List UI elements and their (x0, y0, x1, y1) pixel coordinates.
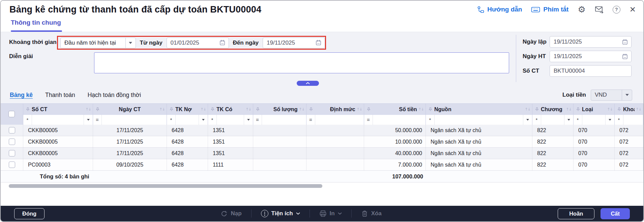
filter-dropdown-icon[interactable] (244, 115, 253, 125)
row-checkbox[interactable] (9, 139, 15, 145)
period-select[interactable]: Đầu năm tới hiện tại (60, 38, 136, 48)
column-header[interactable]: Định mức↑↓ (306, 104, 364, 115)
scrollbar-thumb[interactable] (9, 184, 322, 188)
calendar-icon[interactable] (622, 53, 628, 60)
filter-input[interactable] (541, 115, 564, 125)
calendar-icon[interactable] (315, 40, 322, 46)
column-header[interactable]: Số lượng↑↓ (253, 104, 306, 115)
print-button[interactable]: In (319, 210, 342, 217)
tab-thanh-toan[interactable]: Thanh toán (45, 92, 75, 99)
pin-icon[interactable] (26, 107, 30, 112)
filter-input[interactable] (217, 115, 244, 125)
pin-icon[interactable] (309, 107, 313, 112)
pin-icon[interactable] (428, 107, 433, 112)
column-header[interactable]: Nguồn↑↓ (426, 104, 532, 115)
help-icon[interactable]: ? (613, 6, 620, 14)
filter-input[interactable] (582, 115, 605, 125)
column-filter[interactable]: = (364, 115, 426, 125)
guide-link[interactable]: Hướng dẫn (477, 6, 522, 13)
pin-icon[interactable] (576, 107, 580, 112)
chevron-down-icon[interactable] (622, 90, 632, 100)
column-header[interactable]: Loại↑↓ (574, 104, 615, 115)
filter-dropdown-icon[interactable] (605, 115, 614, 125)
row-checkbox[interactable] (9, 150, 15, 156)
column-header[interactable]: TK Nợ↑↓ (167, 104, 208, 115)
filter-operator[interactable]: * (426, 115, 435, 125)
filter-operator[interactable]: = (93, 115, 102, 125)
description-textarea[interactable] (94, 52, 509, 73)
column-filter[interactable]: * (532, 115, 574, 125)
tab-thong-tin-chung[interactable]: Thông tin chung (11, 19, 61, 26)
column-filter[interactable]: = (253, 115, 306, 125)
pin-icon[interactable] (95, 107, 100, 112)
pin-icon[interactable] (210, 107, 215, 112)
tab-bang-ke[interactable]: Bảng kê (10, 92, 33, 99)
filter-input[interactable] (435, 115, 523, 125)
filter-operator[interactable]: * (574, 115, 582, 125)
shortcuts-link[interactable]: Phím tắt (531, 6, 568, 13)
select-all-checkbox[interactable] (8, 111, 15, 117)
save-button[interactable]: Cất (601, 208, 630, 219)
postpone-button[interactable]: Hoãn (558, 208, 594, 219)
so-ct-input[interactable]: BKTU00004 (550, 65, 632, 77)
row-checkbox[interactable] (9, 162, 15, 168)
column-header[interactable]: Chương↑↓ (532, 104, 574, 115)
filter-operator[interactable]: * (208, 115, 217, 125)
filter-input[interactable] (176, 115, 199, 125)
row-checkbox[interactable] (9, 127, 15, 133)
column-filter[interactable]: * (574, 115, 615, 125)
filter-operator[interactable]: * (167, 115, 176, 125)
delete-button[interactable]: Xóa (361, 210, 382, 217)
column-filter[interactable]: * (208, 115, 253, 125)
filter-operator[interactable]: = (306, 115, 315, 125)
pin-icon[interactable] (535, 107, 539, 112)
column-header[interactable]: TK Có↑↓ (208, 104, 253, 115)
chevron-down-icon[interactable] (125, 38, 136, 48)
reload-button[interactable]: Nạp (221, 210, 241, 217)
table-row[interactable]: PC0000309/10/2025642811117.000.000Ngân s… (1, 159, 643, 171)
calendar-icon[interactable] (622, 39, 628, 45)
filter-input[interactable] (623, 115, 643, 125)
filter-input[interactable] (32, 115, 84, 125)
table-row[interactable]: CKKB0000517/11/20256428135140.000.000Ngâ… (1, 148, 643, 159)
column-header[interactable]: Khoả↑↓ (615, 104, 643, 115)
calendar-icon[interactable] (219, 40, 226, 46)
column-filter[interactable]: * (615, 115, 643, 125)
filter-operator[interactable]: * (23, 115, 32, 125)
pin-icon[interactable] (367, 107, 371, 112)
column-header[interactable]: Số tiền↑↓ (364, 104, 426, 115)
pin-icon[interactable] (256, 107, 260, 112)
column-filter[interactable]: * (23, 115, 93, 125)
table-row[interactable]: CKKB0000517/11/20256428135150.000.000Ngâ… (1, 125, 643, 136)
close-icon[interactable]: ✕ (630, 5, 636, 14)
currency-select[interactable]: VND (591, 90, 632, 101)
tab-hach-toan-dong-thoi[interactable]: Hạch toán đồng thời (88, 92, 141, 99)
column-filter[interactable]: = (93, 115, 167, 125)
utilities-button[interactable]: Tiện ích (261, 210, 300, 217)
filter-input[interactable] (262, 115, 306, 125)
filter-dropdown-icon[interactable] (523, 115, 532, 125)
gear-icon[interactable]: ⚙ (578, 5, 585, 14)
from-date-input[interactable]: 01/01/2025 (167, 38, 229, 48)
column-filter[interactable]: * (426, 115, 532, 125)
pin-icon[interactable] (617, 107, 621, 112)
filter-dropdown-icon[interactable] (564, 115, 573, 125)
filter-operator[interactable]: = (253, 115, 262, 125)
column-header[interactable]: Ngày CT↑↓ (93, 104, 167, 115)
filter-operator[interactable]: = (364, 115, 373, 125)
table-row[interactable]: CKKB0000517/11/20256428135110.000.000Ngâ… (1, 136, 643, 148)
collapse-button[interactable] (297, 81, 319, 86)
filter-input[interactable] (102, 115, 167, 125)
pin-icon[interactable] (169, 107, 174, 112)
filter-dropdown-icon[interactable] (84, 115, 93, 125)
column-filter[interactable]: = (306, 115, 364, 125)
filter-dropdown-icon[interactable] (199, 115, 208, 125)
filter-operator[interactable]: * (532, 115, 541, 125)
close-button[interactable]: Đóng (14, 208, 45, 219)
feedback-mail-icon[interactable] (595, 5, 604, 14)
filter-input[interactable] (373, 115, 426, 125)
column-header[interactable]: Số CT↑↓ (23, 104, 93, 115)
filter-operator[interactable]: * (615, 115, 623, 125)
ngay-lap-input[interactable]: 19/11/2025 (550, 36, 632, 48)
filter-input[interactable] (315, 115, 364, 125)
